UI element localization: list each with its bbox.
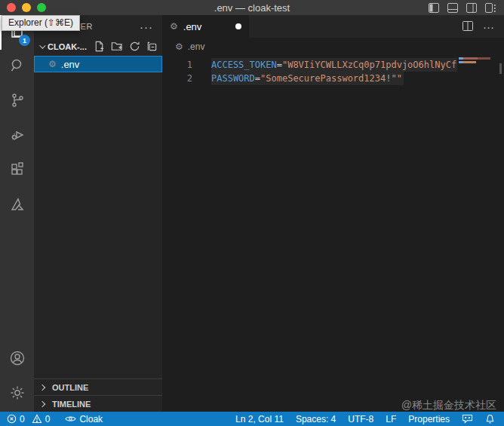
scrollbar-slider[interactable]	[499, 63, 502, 74]
tab-label: .env	[183, 21, 202, 32]
code-line-1: 1ACCESS_TOKEN="W8VIiYCWLLXzCq0p71pdvjoO6…	[162, 58, 504, 72]
env-value: "SomeSecurePassword1234!""	[260, 73, 402, 84]
more-actions-icon[interactable]: ···	[483, 20, 494, 33]
folder-section-header[interactable]: CLOAK-...	[34, 38, 162, 56]
watermark: @稀土掘金技术社区	[401, 399, 496, 412]
activitybar-item-source-control[interactable]	[0, 84, 34, 119]
eol-status[interactable]: LF	[386, 414, 396, 424]
gear-file-icon: ⚙	[170, 22, 178, 31]
refresh-icon[interactable]	[129, 41, 140, 54]
zoom-button[interactable]	[37, 3, 46, 12]
tab-env[interactable]: ⚙ .env	[162, 15, 249, 38]
extensions-icon	[8, 161, 26, 182]
language-mode-status[interactable]: Properties	[408, 414, 450, 424]
chevron-down-icon	[39, 42, 45, 48]
code-editor[interactable]: 1ACCESS_TOKEN="W8VIiYCWLLXzCq0p71pdvjoO6…	[162, 56, 504, 412]
timeline-section-header[interactable]: TIMELINE	[34, 395, 162, 412]
chevron-right-icon	[39, 400, 45, 406]
indentation-status[interactable]: Spaces: 4	[296, 414, 336, 424]
editor-group: ⚙ .env ··· ⚙ .env 1ACCESS_TOKEN="W8VIiYC…	[162, 15, 504, 412]
toggle-panel-icon[interactable]	[447, 3, 458, 13]
warning-icon	[32, 414, 42, 424]
eye-icon	[65, 415, 76, 423]
chevron-right-icon	[39, 384, 45, 390]
folder-section-label: CLOAK-...	[48, 42, 87, 51]
close-button[interactable]	[7, 3, 16, 12]
minimap-line	[459, 57, 490, 60]
outline-section-header[interactable]: OUTLINE	[34, 378, 162, 395]
explorer-sidebar: EXPLORER ··· CLOAK-...	[34, 15, 162, 412]
azure-icon	[8, 195, 26, 216]
traffic-lights	[0, 3, 46, 12]
activitybar-item-accounts[interactable]	[0, 342, 34, 377]
breadcrumb-item: .env	[188, 41, 205, 52]
vscode-window: .env — cloak-test 1	[0, 0, 504, 426]
split-editor-icon[interactable]	[463, 20, 473, 33]
activitybar-item-extensions[interactable]	[0, 154, 34, 188]
env-value: "W8VIiYCWLLXzCq0p71pdvjoO6hlNyCf	[282, 60, 456, 70]
line-number: 2	[162, 72, 192, 85]
minimize-button[interactable]	[22, 3, 31, 12]
env-key: ACCESS_TOKEN	[211, 60, 277, 70]
notifications-bell-icon[interactable]	[485, 414, 495, 424]
env-key: PASSWORD	[211, 73, 255, 84]
file-item-label: .env	[61, 59, 80, 70]
customize-layout-icon[interactable]	[485, 3, 496, 13]
tab-bar: ⚙ .env ···	[162, 15, 504, 38]
status-bar: 0 0 Cloak Ln 2, Col 11 Spaces: 4 UTF-8 L…	[0, 412, 504, 426]
cloak-toggle[interactable]: Cloak	[65, 414, 103, 424]
activitybar-item-azure[interactable]	[0, 188, 34, 223]
explorer-badge: 1	[19, 35, 30, 46]
collapse-all-icon[interactable]	[146, 41, 158, 54]
settings-gear-icon	[8, 384, 26, 405]
line-number: 1	[162, 58, 192, 72]
search-icon	[8, 57, 26, 78]
cursor-position-status[interactable]: Ln 2, Col 11	[235, 414, 284, 424]
titlebar: .env — cloak-test	[0, 0, 504, 15]
explorer-tooltip: Explorer (⇧⌘E)	[2, 15, 80, 31]
toggle-sidebar-icon[interactable]	[429, 3, 439, 13]
new-file-icon[interactable]	[94, 41, 105, 54]
outline-section-label: OUTLINE	[52, 383, 88, 392]
run-debug-icon	[8, 126, 26, 147]
minimap[interactable]	[457, 56, 504, 412]
activitybar-item-search[interactable]	[0, 50, 34, 84]
more-actions-icon[interactable]: ···	[140, 20, 153, 33]
file-item-env[interactable]: ⚙ .env	[34, 56, 162, 72]
minimap-line	[459, 61, 484, 63]
encoding-status[interactable]: UTF-8	[348, 414, 373, 424]
activity-bar: 1	[0, 15, 34, 412]
error-icon	[7, 414, 17, 424]
activitybar-item-settings[interactable]	[0, 377, 34, 412]
code-line-2: 2PASSWORD="SomeSecurePassword1234!""	[162, 72, 504, 85]
new-folder-icon[interactable]	[111, 41, 123, 54]
activitybar-item-run-debug[interactable]	[0, 119, 34, 154]
modified-dot-icon[interactable]	[235, 23, 241, 29]
problems-status[interactable]: 0 0	[7, 414, 50, 424]
gear-file-icon: ⚙	[175, 42, 183, 51]
timeline-section-label: TIMELINE	[52, 400, 91, 409]
account-icon	[8, 349, 26, 370]
gear-file-icon: ⚙	[48, 60, 57, 69]
toggle-secondary-sidebar-icon[interactable]	[466, 3, 477, 13]
feedback-icon[interactable]	[462, 414, 473, 424]
source-control-icon	[8, 91, 26, 112]
breadcrumb[interactable]: ⚙ .env	[162, 38, 504, 56]
